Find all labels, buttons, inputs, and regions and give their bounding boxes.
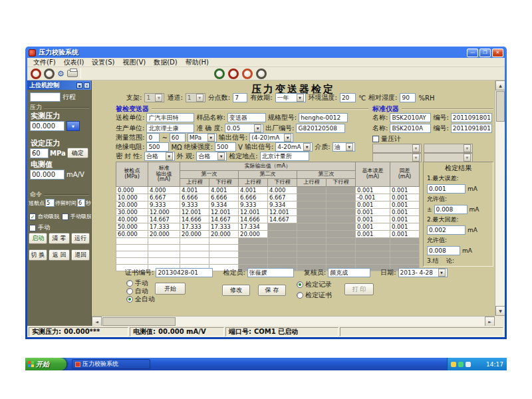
- table-cell[interactable]: 12.000: [148, 209, 180, 216]
- table-cell[interactable]: [239, 251, 268, 258]
- env-temp-field[interactable]: 20: [340, 93, 356, 102]
- table-cell[interactable]: [148, 258, 180, 265]
- menu-item[interactable]: 数据(D): [150, 58, 182, 67]
- taskbar-task-button[interactable]: 压力校验系统: [72, 359, 150, 369]
- range-high-field[interactable]: 60: [170, 133, 186, 142]
- table-cell[interactable]: [268, 251, 297, 258]
- table-cell[interactable]: [327, 245, 356, 251]
- table-cell[interactable]: 12.001: [180, 209, 209, 216]
- menu-item[interactable]: 文件(F): [29, 58, 60, 67]
- table-cell[interactable]: 0.001: [390, 187, 420, 194]
- save-button[interactable]: 保 存: [258, 285, 286, 296]
- table-cell[interactable]: 17.333: [209, 223, 239, 231]
- table-cell[interactable]: 4.001: [209, 187, 239, 194]
- table-cell[interactable]: [209, 258, 239, 265]
- table-cell[interactable]: 20.000: [116, 201, 148, 209]
- table-cell[interactable]: [180, 245, 209, 251]
- table-cell[interactable]: 20.000: [148, 231, 180, 238]
- table-cell[interactable]: [327, 194, 356, 201]
- scroll-left-icon[interactable]: ◄: [92, 317, 102, 326]
- table-cell[interactable]: 0.001: [390, 209, 420, 216]
- scroll-right-icon[interactable]: ►: [485, 317, 495, 326]
- gear-icon[interactable]: ⚙: [57, 68, 65, 79]
- standard-no-2-field[interactable]: 2011091801: [451, 124, 492, 133]
- table-cell[interactable]: 20.000: [180, 231, 209, 238]
- chevron-down-icon[interactable]: ▼: [303, 143, 311, 151]
- table-cell[interactable]: 9.333: [239, 201, 268, 209]
- scroll-down-icon[interactable]: ▼: [495, 306, 505, 316]
- table-cell[interactable]: 0.000: [116, 187, 148, 194]
- table-cell[interactable]: [327, 187, 356, 194]
- table-cell[interactable]: 0.001: [390, 194, 420, 201]
- table-cell[interactable]: [148, 251, 180, 258]
- table-cell[interactable]: 4.001: [239, 187, 268, 194]
- panel-close-icon[interactable]: ✕: [84, 82, 90, 88]
- table-cell[interactable]: [209, 245, 239, 251]
- table-cell[interactable]: [356, 258, 390, 265]
- table-cell[interactable]: 0.001: [356, 216, 390, 223]
- table-cell[interactable]: [356, 245, 390, 251]
- chevron-down-icon[interactable]: ▼: [254, 124, 261, 132]
- table-cell[interactable]: [239, 258, 268, 265]
- table-cell[interactable]: 6.666: [239, 194, 268, 201]
- print-button[interactable]: 打 印: [344, 283, 374, 295]
- menu-item[interactable]: 设置(S): [88, 58, 118, 67]
- table-cell[interactable]: [327, 216, 356, 223]
- chevron-down-icon[interactable]: ▼: [297, 94, 304, 102]
- table-cell[interactable]: [268, 231, 297, 238]
- dial-icon[interactable]: [242, 68, 253, 79]
- table-cell[interactable]: [297, 201, 327, 209]
- channel-combo[interactable]: 1▼: [186, 93, 205, 102]
- table-cell[interactable]: 12.001: [209, 209, 239, 216]
- validity-combo[interactable]: 一年▼: [275, 93, 306, 102]
- allow-2-field[interactable]: 0.008: [427, 246, 460, 255]
- factory-no-field[interactable]: G820120508: [296, 124, 345, 133]
- scroll-up-icon[interactable]: ▲: [495, 80, 505, 90]
- table-cell[interactable]: [148, 238, 180, 245]
- zero-button[interactable]: 清 零: [49, 233, 70, 244]
- manual-suction-checkbox[interactable]: 手动吸脱: [62, 213, 92, 220]
- table-cell[interactable]: 0.001: [390, 223, 420, 231]
- medium-combo[interactable]: 油▼: [332, 142, 355, 152]
- table-cell[interactable]: 50.000: [116, 223, 148, 231]
- range-unit-combo[interactable]: MPa▼: [188, 133, 217, 142]
- table-cell[interactable]: [180, 251, 209, 258]
- table-cell[interactable]: 0.001: [356, 231, 390, 238]
- maximize-button[interactable]: ❐: [479, 49, 491, 57]
- table-cell[interactable]: [390, 238, 420, 245]
- table-cell[interactable]: [297, 251, 327, 258]
- standard-name-1-field[interactable]: BSK2010AY: [390, 113, 431, 122]
- output-signal-combo[interactable]: (4-20)mA▼: [249, 133, 293, 142]
- table-cell[interactable]: [209, 251, 239, 258]
- table-cell[interactable]: 20.000: [209, 231, 239, 238]
- gauge-checkbox[interactable]: 量压计: [372, 134, 401, 144]
- table-cell[interactable]: [297, 187, 327, 194]
- allow-1-field[interactable]: 0.008: [434, 205, 467, 214]
- table-cell[interactable]: 0.001: [356, 223, 390, 231]
- table-cell[interactable]: [390, 258, 420, 265]
- table-cell[interactable]: [297, 216, 327, 223]
- table-cell[interactable]: [297, 209, 327, 216]
- switch-button[interactable]: 切 换: [29, 249, 47, 261]
- pressure-unit-dropdown[interactable]: ▼: [66, 121, 80, 131]
- table-cell[interactable]: [268, 238, 297, 245]
- table-cell[interactable]: [239, 245, 268, 251]
- table-cell[interactable]: [297, 194, 327, 201]
- model-field[interactable]: henghe-0012: [299, 113, 348, 122]
- table-cell[interactable]: [239, 238, 268, 245]
- pin-icon[interactable]: ▪: [76, 82, 82, 88]
- horizontal-scroll-thumb[interactable]: [102, 317, 176, 326]
- table-cell[interactable]: 14.667: [209, 216, 239, 223]
- table-cell[interactable]: 6.666: [180, 194, 209, 201]
- verifier-field[interactable]: 张薇媛: [247, 268, 294, 277]
- close-button[interactable]: ✕: [492, 49, 503, 57]
- table-cell[interactable]: [268, 223, 297, 231]
- table-cell[interactable]: 14.666: [180, 216, 209, 223]
- chevron-down-icon[interactable]: ▼: [207, 134, 215, 142]
- gauge-icon[interactable]: [44, 68, 55, 79]
- radio-certificate[interactable]: 检定证书: [297, 291, 332, 300]
- menu-item[interactable]: 视图(V): [118, 58, 150, 67]
- table-cell[interactable]: 10.000: [116, 194, 148, 201]
- table-cell[interactable]: [180, 258, 209, 265]
- table-cell[interactable]: 20.000: [239, 231, 268, 238]
